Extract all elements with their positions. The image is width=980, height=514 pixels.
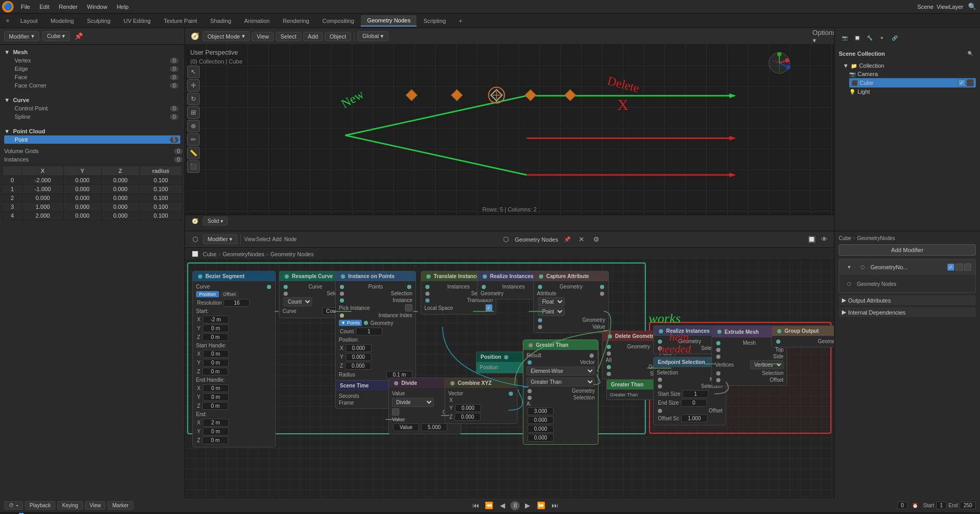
ep-end-size[interactable]: 0 [681, 399, 707, 407]
view-dropdown[interactable]: View [252, 32, 274, 41]
tab-compositing[interactable]: Compositing [316, 16, 360, 26]
options-btn[interactable]: Options ▾ [818, 31, 830, 42]
gt1-a-val[interactable]: 3.000 [528, 407, 554, 415]
viewport-shading-dropdown[interactable]: Solid ▾ [203, 217, 228, 225]
curve-item-control-point[interactable]: Control Point 0 [4, 104, 180, 112]
search-icon-top[interactable]: 🔍 [966, 1, 978, 12]
object-dropdown[interactable]: Cube ▾ [42, 31, 70, 41]
tab-add-workspace[interactable]: + [452, 16, 468, 26]
pause-btn[interactable]: ⏸ [510, 501, 520, 510]
menu-render[interactable]: Render [55, 3, 82, 11]
mod-gn-icon[interactable]: ⬡ [843, 278, 855, 290]
ext-type-sel[interactable]: Vertices [750, 360, 783, 369]
trans-local-toggle[interactable]: ✓ [485, 304, 493, 311]
modifier-header[interactable]: ▼ ⬡ GeometryNo... ✓ [839, 259, 975, 275]
rp-scene-icon[interactable]: 📷 [839, 32, 850, 44]
collection-item-camera[interactable]: 📷 Camera [849, 70, 976, 78]
cap-float-select[interactable]: Float [538, 297, 565, 306]
add-modifier-button[interactable]: Add Modifier [839, 244, 976, 256]
rp-particle-icon[interactable]: ✦ [876, 32, 888, 44]
viewport-3d[interactable]: 🧭 Object Mode ▾ View Select Add Object G… [185, 28, 834, 231]
bezier-position-tab[interactable]: Position [196, 291, 219, 297]
tab-scripting[interactable]: Scripting [417, 16, 452, 26]
bezier-start-z[interactable]: 0 m [202, 333, 228, 341]
jump-start-btn[interactable]: ⏮ [470, 500, 481, 511]
jump-end-btn[interactable]: ⏭ [549, 500, 560, 511]
collection-item-root[interactable]: ▼ 📁 Collection [843, 61, 976, 70]
ne-pin-icon[interactable]: 📌 [561, 234, 573, 245]
playback-dropdown[interactable]: Playback [25, 501, 56, 510]
ne-view-btn[interactable]: View [244, 234, 255, 245]
node-group-output[interactable]: Group Output Geometry [771, 325, 834, 347]
transform-tool[interactable]: ⊕ [187, 120, 200, 132]
viewport-content[interactable]: User Perspective (0) Collection | Cube ↖… [185, 45, 834, 215]
marker-dropdown[interactable]: Marker [107, 501, 133, 510]
inst-count-val[interactable]: 1 [356, 328, 382, 335]
menu-window[interactable]: Window [83, 3, 112, 11]
rp-constraint-icon[interactable]: 🔗 [889, 32, 900, 44]
tab-shading[interactable]: Shading [204, 16, 237, 26]
frame-clock-icon[interactable]: ⏰ [910, 500, 921, 511]
div-type-select[interactable]: Divide [392, 398, 434, 407]
tab-uv[interactable]: UV Editing [117, 16, 157, 26]
breadcrumb-geometry-nodes[interactable]: GeometryNodes [223, 251, 264, 257]
breadcrumb-cube[interactable]: Cube [203, 251, 216, 257]
move-tool[interactable]: ✛ [187, 79, 200, 92]
node-editor-mode[interactable]: Modifier ▾ [203, 234, 237, 244]
tab-texture-paint[interactable]: Texture Paint [157, 16, 203, 26]
object-dropdown-vp[interactable]: Object [325, 32, 351, 41]
mod-geo-icon[interactable]: ⬡ [857, 261, 868, 273]
ne-settings-icon[interactable]: ⚙ [591, 234, 602, 245]
ep-start-size[interactable]: 1 [682, 390, 708, 398]
tab-geometry-nodes[interactable]: Geometry Nodes [361, 15, 416, 27]
gt1-type-sel[interactable]: Element-Wise [526, 367, 595, 375]
rp-mod-icon[interactable]: 🔧 [864, 32, 875, 44]
mesh-item-vertex[interactable]: Vertex 0 [4, 56, 180, 65]
bezier-resolution[interactable]: 16 [224, 299, 250, 307]
volume-grids-item[interactable]: Volume Grids 0 [0, 147, 185, 155]
point-cloud-item-point[interactable]: Point 5 [4, 135, 180, 144]
bezier-offset-tab[interactable]: Offset [220, 291, 239, 297]
add-dropdown[interactable]: Add [303, 32, 323, 41]
tab-layout[interactable]: Layout [14, 16, 44, 26]
gt1-a-val3[interactable]: 0.000 [528, 425, 554, 433]
node-editor[interactable]: ⬡ Modifier ▾ View Select Add Node ⬡ Geom… [185, 231, 834, 498]
ne-snap-icon[interactable]: 🔲 [806, 234, 817, 245]
select-dropdown[interactable]: Select [276, 32, 301, 41]
tab-modeling[interactable]: Modeling [44, 16, 80, 26]
rp-obj-icon[interactable]: 🔲 [851, 32, 863, 44]
gt1-a-val4[interactable]: 0.000 [528, 434, 554, 442]
bezier-end-y[interactable]: 0 m [203, 428, 229, 435]
gt1-op-sel[interactable]: Greater Than [526, 378, 595, 386]
ne-select-btn[interactable]: Select [258, 234, 269, 245]
cursor-tool[interactable]: ↖ [187, 66, 200, 78]
object-mode-dropdown[interactable]: Object Mode ▾ [203, 31, 250, 41]
mesh-item-face-corner[interactable]: Face Corner 0 [4, 81, 180, 90]
view-dropdown-timeline[interactable]: View [85, 501, 106, 510]
node-editor-type-icon[interactable]: ⬡ [189, 234, 201, 245]
transform-dropdown[interactable]: Global ▾ [358, 31, 388, 41]
mesh-item-face[interactable]: Face 0 [4, 73, 180, 81]
inst-pick-toggle[interactable] [405, 304, 412, 311]
menu-help[interactable]: Help [113, 3, 133, 11]
viewport-nav-icon[interactable]: 🧭 [189, 31, 201, 42]
ep-offset-sc[interactable]: 1.000 [681, 415, 707, 422]
modifier-dropdown[interactable]: Modifier ▾ [4, 31, 39, 41]
mesh-item-edge[interactable]: Edge 0 [4, 65, 180, 73]
collection-item-cube[interactable]: ⬛ Cube ✓ [849, 78, 976, 87]
bezier-start-x[interactable]: -2 m [203, 316, 229, 323]
ne-geometry-icon[interactable]: ⬡ [500, 234, 512, 245]
bezier-sh-y[interactable]: 0 m [203, 359, 229, 367]
menu-file[interactable]: File [17, 3, 34, 11]
menu-edit[interactable]: Edit [35, 3, 54, 11]
scene-filter-icon[interactable]: 🔍 [964, 48, 976, 59]
tab-animation[interactable]: Animation [238, 16, 276, 26]
play-btn[interactable]: ▶ [522, 500, 533, 511]
bezier-eh-z[interactable]: 0 m [202, 402, 228, 410]
bezier-sh-z[interactable]: 0 m [202, 368, 228, 375]
timeline-type-dropdown[interactable]: ⏱ ▾ [4, 501, 23, 510]
keying-dropdown[interactable]: Keying [57, 501, 83, 510]
node-combine-xyz[interactable]: Combine XYZ Vector X Y0.000 Z0.000 [445, 378, 518, 424]
add-cube-tool[interactable]: ⬛ [187, 160, 200, 173]
node-bezier-segment[interactable]: Bezier Segment Curve Position Offset Res… [192, 271, 276, 447]
